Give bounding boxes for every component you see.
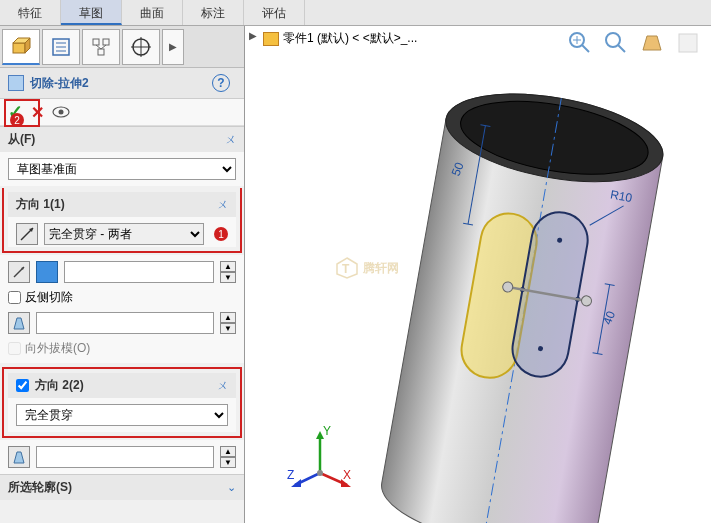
help-icon[interactable]: ? — [212, 74, 230, 92]
view-triad[interactable]: Y X Z — [285, 423, 355, 493]
section-dir1-header[interactable]: 方向 1(1) ㄨ — [8, 192, 236, 217]
preview-icon[interactable] — [52, 106, 70, 118]
draft2-spinner: ▲ ▼ — [220, 446, 236, 468]
chevron-up-icon: ㄨ — [217, 197, 228, 212]
draft-value-box[interactable] — [36, 312, 214, 334]
section-contour: 所选轮廓(S) ⌄ — [0, 474, 244, 500]
axis-arrow-icon — [12, 265, 26, 279]
graphics-viewport[interactable]: ▶ 零件1 (默认) < <默认>_... — [245, 26, 711, 523]
property-manager: ▶ 切除-拉伸2 ? ✓ ✕ 2 从(F) ㄨ 草图基准面 — [0, 26, 245, 523]
svg-rect-7 — [93, 39, 99, 45]
triad-z: Z — [287, 468, 294, 482]
draft2-value-box[interactable] — [36, 446, 214, 468]
command-tabs: 特征 草图 曲面 标注 评估 — [0, 0, 711, 26]
spin-down[interactable]: ▼ — [220, 323, 236, 334]
chevron-down-icon: ⌄ — [227, 481, 236, 494]
svg-point-56 — [317, 470, 323, 476]
draft2-button[interactable] — [8, 446, 30, 468]
section-dir2-label: 方向 2(2) — [35, 377, 217, 394]
chevron-up-icon: ㄨ — [217, 378, 228, 393]
triad-y: Y — [323, 424, 331, 438]
svg-text:T: T — [342, 262, 350, 276]
svg-rect-9 — [98, 49, 104, 55]
reverse-arrow-icon — [19, 226, 35, 242]
section-dir1-label: 方向 1(1) — [16, 196, 217, 213]
draft-outward-label: 向外拔模(O) — [25, 340, 90, 357]
draft-outward-checkbox — [8, 342, 21, 355]
section-from-header[interactable]: 从(F) ㄨ — [0, 127, 244, 152]
section-dir2-header[interactable]: 方向 2(2) ㄨ — [8, 373, 236, 398]
dir2-end-condition[interactable]: 完全贯穿 — [16, 404, 228, 426]
property-tab[interactable] — [42, 29, 80, 65]
more-tab[interactable]: ▶ — [162, 29, 184, 65]
annotation-badge-1: 1 — [214, 227, 228, 241]
reverse-cut-checkbox[interactable] — [8, 291, 21, 304]
draft-button[interactable] — [8, 312, 30, 334]
svg-rect-0 — [13, 43, 25, 53]
section-from-label: 从(F) — [8, 131, 225, 148]
confirm-row: ✓ ✕ 2 — [0, 99, 244, 126]
dir-spinner: ▲ ▼ — [220, 261, 236, 283]
chevron-up-icon: ㄨ — [225, 132, 236, 147]
cut-extrude-icon — [8, 75, 24, 91]
section-contour-label: 所选轮廓(S) — [8, 479, 227, 496]
direction-vector-button[interactable] — [8, 261, 30, 283]
cancel-button[interactable]: ✕ — [31, 103, 44, 122]
spin-up[interactable]: ▲ — [220, 312, 236, 323]
tab-evaluate[interactable]: 评估 — [244, 0, 305, 25]
draft-icon — [11, 449, 27, 465]
svg-line-11 — [101, 45, 106, 49]
list-icon — [51, 37, 71, 57]
direction-selection-box[interactable] — [64, 261, 214, 283]
reverse-cut-label: 反侧切除 — [25, 289, 73, 306]
svg-marker-22 — [14, 452, 24, 463]
tab-feature[interactable]: 特征 — [0, 0, 61, 25]
spin-down[interactable]: ▼ — [220, 272, 236, 283]
watermark: T 腾轩网 — [335, 256, 399, 280]
section-from: 从(F) ㄨ 草图基准面 — [0, 126, 244, 186]
spin-up[interactable]: ▲ — [220, 446, 236, 457]
chevron-right-icon: ▶ — [169, 41, 177, 52]
config-tab[interactable] — [82, 29, 120, 65]
dimxpert-tab[interactable] — [122, 29, 160, 65]
feature-name: 切除-拉伸2 — [30, 75, 89, 92]
cube-icon — [10, 35, 32, 57]
svg-point-16 — [59, 110, 64, 115]
tab-sketch[interactable]: 草图 — [61, 0, 122, 25]
draft-spinner: ▲ ▼ — [220, 312, 236, 334]
main-area: ▶ 切除-拉伸2 ? ✓ ✕ 2 从(F) ㄨ 草图基准面 — [0, 26, 711, 523]
section-contour-header[interactable]: 所选轮廓(S) ⌄ — [0, 475, 244, 500]
manager-tabs: ▶ — [0, 26, 244, 68]
tab-surface[interactable]: 曲面 — [122, 0, 183, 25]
feature-manager-tab[interactable] — [2, 29, 40, 65]
selection-highlight — [36, 261, 58, 283]
spin-up[interactable]: ▲ — [220, 261, 236, 272]
from-combo[interactable]: 草图基准面 — [8, 158, 236, 180]
section-dir1: 方向 1(1) ㄨ 完全贯穿 - 两者 1 — [2, 188, 242, 253]
spin-down[interactable]: ▼ — [220, 457, 236, 468]
section-dir2-wrap: 方向 2(2) ㄨ 完全贯穿 — [2, 367, 242, 438]
svg-line-10 — [96, 45, 101, 49]
annotation-badge-2: 2 — [10, 113, 24, 127]
dir1-end-condition[interactable]: 完全贯穿 - 两者 — [44, 223, 204, 245]
svg-marker-21 — [14, 318, 24, 329]
dir2-enable-checkbox[interactable] — [16, 379, 29, 392]
svg-rect-8 — [103, 39, 109, 45]
feature-title-row: 切除-拉伸2 ? — [0, 68, 244, 99]
reverse-direction-button[interactable] — [16, 223, 38, 245]
tab-annotate[interactable]: 标注 — [183, 0, 244, 25]
draft-icon — [11, 315, 27, 331]
triad-x: X — [343, 468, 351, 482]
tree-icon — [91, 37, 111, 57]
target-icon — [131, 37, 151, 57]
